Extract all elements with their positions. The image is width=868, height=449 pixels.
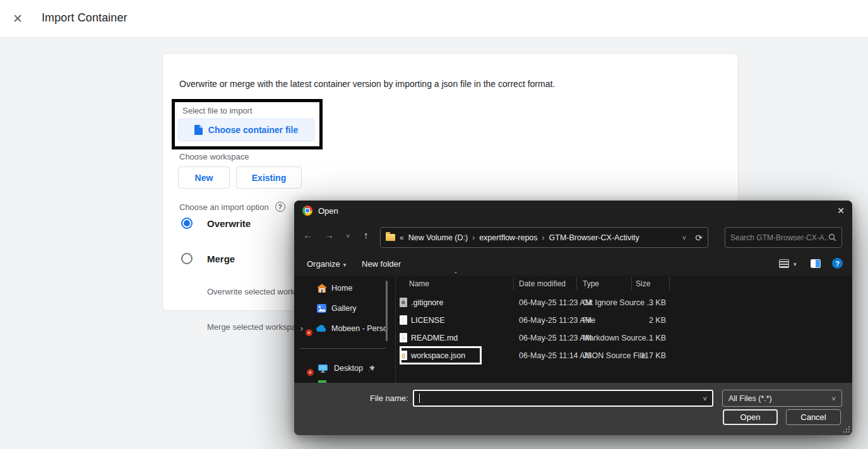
breadcrumb-item-current[interactable]: GTM-Browser-CX-Activity xyxy=(549,233,639,242)
overwrite-description: Overwrite selected workspa xyxy=(207,287,308,296)
merge-description: Merge selected workspace xyxy=(207,322,305,332)
import-option-label-row: Choose an import option ? xyxy=(179,202,285,212)
overwrite-label: Overwrite xyxy=(207,218,251,229)
dialog-content: Home Gallery › ✕ Mobeen - Perso ✕ xyxy=(294,276,852,383)
history-chevron-icon[interactable]: ˅ xyxy=(346,232,350,240)
dialog-title: Open xyxy=(318,206,338,216)
file-name-dropdown-icon[interactable]: ˅ xyxy=(703,395,707,402)
dialog-toolbar: Organize▾ New folder ▾ ? xyxy=(294,254,852,276)
breadcrumb-overflow-icon[interactable]: « xyxy=(400,233,404,242)
column-header-row: ˆ Name Date modified Type Size xyxy=(395,276,852,291)
folder-icon xyxy=(386,234,395,241)
preview-pane-icon[interactable] xyxy=(811,259,821,268)
gtm-top-bar: ✕ Import Container xyxy=(0,0,868,38)
help-icon[interactable]: ? xyxy=(275,202,285,212)
organize-dropdown-icon: ▾ xyxy=(343,262,347,268)
up-icon[interactable]: ↑ xyxy=(364,230,369,240)
address-dropdown-icon[interactable]: ˅ xyxy=(682,234,686,242)
column-header-type[interactable]: Type xyxy=(583,279,599,288)
close-icon[interactable]: ✕ xyxy=(13,11,23,26)
workspace-buttons: New Existing xyxy=(178,166,302,189)
column-header-size[interactable]: Size xyxy=(636,279,650,288)
dialog-chrome-area: Open ✕ ← → ˅ ↑ « New Volume (D:) › exper… xyxy=(294,201,852,276)
merge-radio[interactable] xyxy=(181,253,193,264)
open-file-dialog: Open ✕ ← → ˅ ↑ « New Volume (D:) › exper… xyxy=(294,201,852,435)
search-icon[interactable] xyxy=(828,233,836,242)
organize-menu[interactable]: Organize▾ xyxy=(307,259,346,269)
dialog-title-bar[interactable]: Open ✕ xyxy=(294,201,852,221)
json-file-icon: {} xyxy=(400,351,407,360)
file-type-value: All Files (*.*) xyxy=(728,394,772,403)
desktop-icon xyxy=(318,364,328,373)
file-name-label: File name: xyxy=(370,394,408,403)
home-icon xyxy=(317,284,327,293)
sidebar-separator xyxy=(299,348,386,349)
sort-asc-icon: ˆ xyxy=(455,271,457,279)
sidebar-scrollbar[interactable] xyxy=(386,281,388,341)
dialog-footer: File name: ˅ All Files (*.*) ˅ Open Canc… xyxy=(294,383,852,435)
breadcrumb-item-drive[interactable]: New Volume (D:) xyxy=(408,233,468,242)
file-row-workspace-json[interactable]: {} workspace.json 06-May-25 11:14 AM JSO… xyxy=(395,347,852,364)
sidebar-item-onedrive-personal[interactable]: › ✕ Mobeen - Perso xyxy=(294,320,395,337)
crumb-separator-icon: › xyxy=(472,233,475,242)
sidebar-item-home[interactable]: Home xyxy=(294,280,395,296)
cancel-button[interactable]: Cancel xyxy=(786,409,841,425)
breadcrumb-item-repos[interactable]: expertflow-repos xyxy=(479,233,537,242)
new-folder-button[interactable]: New folder xyxy=(362,259,401,269)
sidebar-item-gallery[interactable]: Gallery xyxy=(294,300,395,317)
existing-workspace-button[interactable]: Existing xyxy=(236,166,302,189)
forward-icon[interactable]: → xyxy=(324,230,334,240)
new-workspace-button[interactable]: New xyxy=(178,166,230,189)
back-icon[interactable]: ← xyxy=(303,230,312,240)
onedrive-cloud-icon xyxy=(316,325,327,332)
radio-dot xyxy=(184,220,190,226)
chrome-icon xyxy=(302,206,312,216)
choose-container-file-label: Choose container file xyxy=(208,125,298,135)
file-row-gitignore[interactable]: ⚙ .gitignore 06-May-25 11:23 AM Git Igno… xyxy=(395,294,852,312)
import-description: Overwrite or merge with the latest conta… xyxy=(179,79,697,89)
column-header-date[interactable]: Date modified xyxy=(519,279,566,288)
file-type-select[interactable]: All Files (*.*) ˅ xyxy=(722,390,842,407)
address-bar[interactable]: « New Volume (D:) › expertflow-repos › G… xyxy=(380,227,708,248)
pin-icon xyxy=(368,365,375,372)
choose-workspace-label: Choose workspace xyxy=(179,152,249,161)
resize-grip[interactable] xyxy=(843,426,850,433)
overwrite-radio[interactable] xyxy=(181,218,193,229)
column-header-name[interactable]: Name xyxy=(409,279,429,288)
dialog-help-icon[interactable]: ? xyxy=(832,258,843,269)
file-row-readme[interactable]: ↓ README.md 06-May-25 11:23 AM Markdown … xyxy=(395,329,852,347)
page-title: Import Container xyxy=(42,11,128,25)
sync-error-badge: ✕ xyxy=(307,369,314,376)
sidebar-item-desktop[interactable]: ✕ Desktop xyxy=(294,360,395,376)
gallery-icon xyxy=(317,304,326,313)
dialog-close-icon[interactable]: ✕ xyxy=(837,206,845,216)
gitignore-file-icon: ⚙ xyxy=(400,298,407,307)
file-list-pane: ˆ Name Date modified Type Size ⚙ .gitign… xyxy=(395,276,852,383)
file-name-input[interactable] xyxy=(420,394,703,403)
file-type-dropdown-icon: ˅ xyxy=(832,395,836,402)
import-option-label: Choose an import option xyxy=(179,202,269,212)
refresh-icon[interactable]: ⟳ xyxy=(695,233,703,243)
crumb-separator-icon: › xyxy=(542,233,545,242)
details-view-icon[interactable] xyxy=(779,259,789,268)
expand-chevron-icon[interactable]: › xyxy=(300,324,303,333)
choose-container-file-button[interactable]: Choose container file xyxy=(178,119,314,141)
merge-label: Merge xyxy=(207,254,235,264)
select-file-annotation-box: Select file to import Choose container f… xyxy=(172,99,323,149)
file-row-license[interactable]: LICENSE 06-May-25 11:23 AM File 2 KB xyxy=(395,312,852,329)
file-icon xyxy=(400,315,407,325)
file-name-combo: ˅ xyxy=(413,390,713,407)
view-dropdown-icon[interactable]: ▾ xyxy=(794,261,797,267)
navigation-sidebar: Home Gallery › ✕ Mobeen - Perso ✕ xyxy=(294,276,395,383)
select-file-label: Select file to import xyxy=(182,106,314,115)
open-button[interactable]: Open xyxy=(723,409,778,425)
file-icon xyxy=(194,125,203,135)
overwrite-option-row: Overwrite xyxy=(181,218,251,229)
markdown-file-icon: ↓ xyxy=(400,333,407,342)
search-box xyxy=(725,227,842,248)
merge-option-row: Merge xyxy=(181,253,235,264)
sync-error-badge: ✕ xyxy=(306,329,312,336)
search-input[interactable] xyxy=(730,233,828,242)
